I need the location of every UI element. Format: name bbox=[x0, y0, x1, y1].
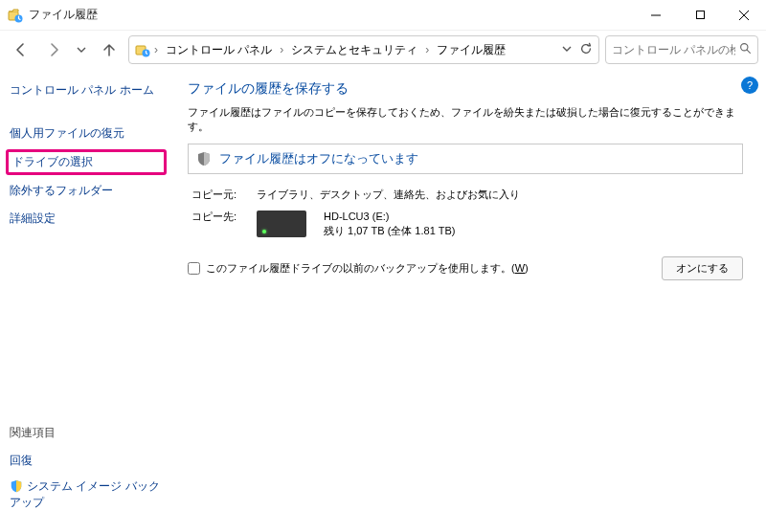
titlebar: ファイル履歴 bbox=[0, 0, 766, 31]
sidebar-link-exclude[interactable]: 除外するフォルダー bbox=[10, 181, 163, 201]
sidebar-link-advanced[interactable]: 詳細設定 bbox=[10, 209, 163, 229]
related-link-recovery[interactable]: 回復 bbox=[10, 451, 163, 471]
window-title: ファイル履歴 bbox=[29, 7, 98, 23]
reuse-backup-checkbox[interactable] bbox=[188, 262, 200, 275]
reuse-label-b: ) bbox=[525, 262, 529, 274]
forward-button[interactable] bbox=[40, 36, 67, 63]
chevron-right-icon: › bbox=[423, 43, 431, 56]
drive-name: HD-LCU3 (E:) bbox=[324, 210, 456, 224]
minimize-button[interactable] bbox=[634, 0, 678, 30]
file-history-icon bbox=[135, 42, 150, 57]
search-icon bbox=[739, 42, 752, 57]
address-bar[interactable]: › コントロール パネル › システムとセキュリティ › ファイル履歴 bbox=[128, 35, 599, 64]
back-button[interactable] bbox=[8, 36, 34, 63]
reuse-label-a: このファイル履歴ドライブの以前のバックアップを使用します。( bbox=[206, 262, 515, 274]
recent-dropdown-button[interactable] bbox=[73, 36, 90, 63]
search-input[interactable] bbox=[612, 43, 735, 56]
refresh-button[interactable] bbox=[579, 42, 593, 58]
copy-source-label: コピー元: bbox=[192, 188, 245, 202]
chevron-right-icon: › bbox=[152, 43, 160, 56]
maximize-button[interactable] bbox=[678, 0, 722, 30]
related-link-system-image-label: システム イメージ バックアップ bbox=[10, 479, 160, 509]
shield-icon bbox=[10, 479, 23, 493]
page-description: ファイル履歴はファイルのコピーを保存しておくため、ファイルを紛失または破損した場… bbox=[188, 105, 743, 134]
drive-space: 残り 1,07 TB (全体 1.81 TB) bbox=[324, 224, 456, 238]
copy-dest-label: コピー先: bbox=[192, 210, 245, 239]
chevron-right-icon: › bbox=[278, 43, 285, 56]
copy-source-value: ライブラリ、デスクトップ、連絡先、およびお気に入り bbox=[257, 188, 739, 202]
svg-rect-3 bbox=[696, 11, 704, 19]
file-history-icon bbox=[8, 8, 23, 23]
content-pane: ? ファイルの履歴を保存する ファイル履歴はファイルのコピーを保存しておくため、… bbox=[172, 69, 766, 532]
related-heading: 関連項目 bbox=[10, 425, 163, 443]
shield-icon bbox=[196, 151, 212, 166]
reuse-hotkey: W bbox=[515, 262, 525, 274]
breadcrumb-system-security[interactable]: システムとセキュリティ bbox=[287, 40, 421, 60]
help-button[interactable]: ? bbox=[741, 77, 758, 94]
sidebar: コントロール パネル ホーム 個人用ファイルの復元 ドライブの選択 除外するフォ… bbox=[0, 69, 172, 532]
page-heading: ファイルの履歴を保存する bbox=[188, 80, 743, 98]
window-controls bbox=[634, 0, 766, 30]
close-button[interactable] bbox=[722, 0, 766, 30]
breadcrumb-control-panel[interactable]: コントロール パネル bbox=[162, 40, 276, 60]
search-box[interactable] bbox=[605, 35, 758, 64]
sidebar-link-restore[interactable]: 個人用ファイルの復元 bbox=[10, 123, 163, 144]
svg-line-9 bbox=[747, 50, 750, 53]
status-box: ファイル履歴はオフになっています bbox=[188, 144, 743, 174]
sidebar-link-home[interactable]: コントロール パネル ホーム bbox=[10, 80, 163, 100]
up-button[interactable] bbox=[96, 36, 123, 63]
reuse-backup-label[interactable]: このファイル履歴ドライブの以前のバックアップを使用します。(W) bbox=[188, 261, 529, 276]
turn-on-button[interactable]: オンにする bbox=[662, 256, 743, 280]
addrbar-chevron-down-icon[interactable] bbox=[562, 43, 572, 56]
breadcrumb-file-history[interactable]: ファイル履歴 bbox=[433, 40, 509, 60]
related-link-system-image[interactable]: システム イメージ バックアップ bbox=[10, 477, 163, 513]
drive-icon bbox=[257, 211, 306, 237]
status-text: ファイル履歴はオフになっています bbox=[219, 150, 418, 167]
sidebar-link-select-drive[interactable]: ドライブの選択 bbox=[6, 149, 167, 175]
navigation-bar: › コントロール パネル › システムとセキュリティ › ファイル履歴 bbox=[0, 31, 766, 69]
